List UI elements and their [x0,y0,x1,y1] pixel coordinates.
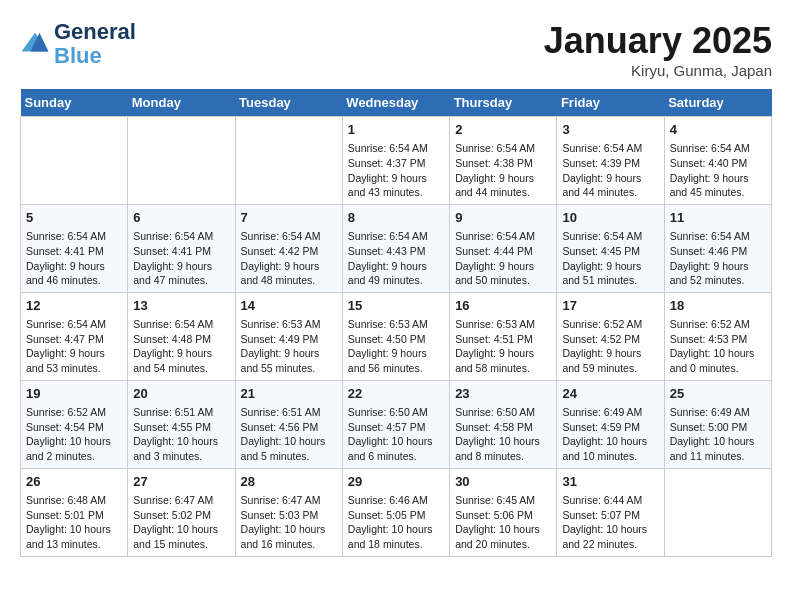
day-info: Sunrise: 6:53 AM Sunset: 4:49 PM Dayligh… [241,317,337,376]
day-number: 11 [670,209,766,227]
day-number: 7 [241,209,337,227]
calendar-cell: 4Sunrise: 6:54 AM Sunset: 4:40 PM Daylig… [664,117,771,205]
calendar-cell: 15Sunrise: 6:53 AM Sunset: 4:50 PM Dayli… [342,292,449,380]
month-title: January 2025 [544,20,772,62]
day-number: 19 [26,385,122,403]
calendar-cell: 17Sunrise: 6:52 AM Sunset: 4:52 PM Dayli… [557,292,664,380]
page-header: General Blue January 2025 Kiryu, Gunma, … [20,20,772,79]
day-number: 21 [241,385,337,403]
day-number: 2 [455,121,551,139]
day-number: 22 [348,385,444,403]
day-info: Sunrise: 6:49 AM Sunset: 4:59 PM Dayligh… [562,405,658,464]
calendar-cell: 23Sunrise: 6:50 AM Sunset: 4:58 PM Dayli… [450,380,557,468]
day-info: Sunrise: 6:54 AM Sunset: 4:37 PM Dayligh… [348,141,444,200]
day-info: Sunrise: 6:54 AM Sunset: 4:43 PM Dayligh… [348,229,444,288]
day-info: Sunrise: 6:54 AM Sunset: 4:40 PM Dayligh… [670,141,766,200]
calendar-cell: 20Sunrise: 6:51 AM Sunset: 4:55 PM Dayli… [128,380,235,468]
calendar-cell: 18Sunrise: 6:52 AM Sunset: 4:53 PM Dayli… [664,292,771,380]
calendar-header-row: SundayMondayTuesdayWednesdayThursdayFrid… [21,89,772,117]
logo: General Blue [20,20,136,68]
day-info: Sunrise: 6:47 AM Sunset: 5:03 PM Dayligh… [241,493,337,552]
day-info: Sunrise: 6:54 AM Sunset: 4:41 PM Dayligh… [133,229,229,288]
day-number: 23 [455,385,551,403]
day-info: Sunrise: 6:50 AM Sunset: 4:58 PM Dayligh… [455,405,551,464]
calendar-cell: 30Sunrise: 6:45 AM Sunset: 5:06 PM Dayli… [450,468,557,556]
day-info: Sunrise: 6:44 AM Sunset: 5:07 PM Dayligh… [562,493,658,552]
day-info: Sunrise: 6:52 AM Sunset: 4:53 PM Dayligh… [670,317,766,376]
day-info: Sunrise: 6:53 AM Sunset: 4:50 PM Dayligh… [348,317,444,376]
day-info: Sunrise: 6:45 AM Sunset: 5:06 PM Dayligh… [455,493,551,552]
col-header-monday: Monday [128,89,235,117]
calendar-cell: 27Sunrise: 6:47 AM Sunset: 5:02 PM Dayli… [128,468,235,556]
day-info: Sunrise: 6:54 AM Sunset: 4:47 PM Dayligh… [26,317,122,376]
day-info: Sunrise: 6:54 AM Sunset: 4:41 PM Dayligh… [26,229,122,288]
calendar-cell: 12Sunrise: 6:54 AM Sunset: 4:47 PM Dayli… [21,292,128,380]
day-number: 13 [133,297,229,315]
day-info: Sunrise: 6:54 AM Sunset: 4:45 PM Dayligh… [562,229,658,288]
day-info: Sunrise: 6:54 AM Sunset: 4:42 PM Dayligh… [241,229,337,288]
calendar-cell: 26Sunrise: 6:48 AM Sunset: 5:01 PM Dayli… [21,468,128,556]
calendar-cell: 7Sunrise: 6:54 AM Sunset: 4:42 PM Daylig… [235,204,342,292]
calendar-cell: 5Sunrise: 6:54 AM Sunset: 4:41 PM Daylig… [21,204,128,292]
day-info: Sunrise: 6:49 AM Sunset: 5:00 PM Dayligh… [670,405,766,464]
day-number: 24 [562,385,658,403]
day-number: 6 [133,209,229,227]
day-info: Sunrise: 6:51 AM Sunset: 4:56 PM Dayligh… [241,405,337,464]
day-info: Sunrise: 6:48 AM Sunset: 5:01 PM Dayligh… [26,493,122,552]
col-header-friday: Friday [557,89,664,117]
calendar-cell: 6Sunrise: 6:54 AM Sunset: 4:41 PM Daylig… [128,204,235,292]
day-info: Sunrise: 6:54 AM Sunset: 4:38 PM Dayligh… [455,141,551,200]
day-number: 4 [670,121,766,139]
day-number: 17 [562,297,658,315]
day-number: 25 [670,385,766,403]
col-header-tuesday: Tuesday [235,89,342,117]
location: Kiryu, Gunma, Japan [544,62,772,79]
logo-line2: Blue [54,44,136,68]
day-number: 3 [562,121,658,139]
calendar-cell: 24Sunrise: 6:49 AM Sunset: 4:59 PM Dayli… [557,380,664,468]
calendar-cell: 2Sunrise: 6:54 AM Sunset: 4:38 PM Daylig… [450,117,557,205]
day-info: Sunrise: 6:54 AM Sunset: 4:46 PM Dayligh… [670,229,766,288]
day-number: 15 [348,297,444,315]
day-number: 29 [348,473,444,491]
calendar-week-5: 26Sunrise: 6:48 AM Sunset: 5:01 PM Dayli… [21,468,772,556]
day-number: 18 [670,297,766,315]
day-number: 10 [562,209,658,227]
day-info: Sunrise: 6:54 AM Sunset: 4:39 PM Dayligh… [562,141,658,200]
day-info: Sunrise: 6:54 AM Sunset: 4:48 PM Dayligh… [133,317,229,376]
calendar-cell: 1Sunrise: 6:54 AM Sunset: 4:37 PM Daylig… [342,117,449,205]
day-number: 12 [26,297,122,315]
logo-icon [20,29,50,59]
day-info: Sunrise: 6:46 AM Sunset: 5:05 PM Dayligh… [348,493,444,552]
col-header-sunday: Sunday [21,89,128,117]
day-info: Sunrise: 6:50 AM Sunset: 4:57 PM Dayligh… [348,405,444,464]
day-number: 26 [26,473,122,491]
day-info: Sunrise: 6:54 AM Sunset: 4:44 PM Dayligh… [455,229,551,288]
day-number: 28 [241,473,337,491]
calendar-week-1: 1Sunrise: 6:54 AM Sunset: 4:37 PM Daylig… [21,117,772,205]
calendar-cell: 3Sunrise: 6:54 AM Sunset: 4:39 PM Daylig… [557,117,664,205]
day-number: 27 [133,473,229,491]
calendar-cell: 22Sunrise: 6:50 AM Sunset: 4:57 PM Dayli… [342,380,449,468]
day-info: Sunrise: 6:47 AM Sunset: 5:02 PM Dayligh… [133,493,229,552]
calendar-cell: 11Sunrise: 6:54 AM Sunset: 4:46 PM Dayli… [664,204,771,292]
calendar-table: SundayMondayTuesdayWednesdayThursdayFrid… [20,89,772,557]
calendar-cell: 16Sunrise: 6:53 AM Sunset: 4:51 PM Dayli… [450,292,557,380]
col-header-saturday: Saturday [664,89,771,117]
calendar-cell: 13Sunrise: 6:54 AM Sunset: 4:48 PM Dayli… [128,292,235,380]
day-number: 16 [455,297,551,315]
logo-line1: General [54,20,136,44]
day-info: Sunrise: 6:52 AM Sunset: 4:54 PM Dayligh… [26,405,122,464]
day-info: Sunrise: 6:51 AM Sunset: 4:55 PM Dayligh… [133,405,229,464]
day-info: Sunrise: 6:53 AM Sunset: 4:51 PM Dayligh… [455,317,551,376]
day-number: 14 [241,297,337,315]
calendar-cell [128,117,235,205]
calendar-cell [664,468,771,556]
day-number: 30 [455,473,551,491]
calendar-cell: 8Sunrise: 6:54 AM Sunset: 4:43 PM Daylig… [342,204,449,292]
calendar-cell: 21Sunrise: 6:51 AM Sunset: 4:56 PM Dayli… [235,380,342,468]
day-number: 20 [133,385,229,403]
day-info: Sunrise: 6:52 AM Sunset: 4:52 PM Dayligh… [562,317,658,376]
title-block: January 2025 Kiryu, Gunma, Japan [544,20,772,79]
calendar-cell: 25Sunrise: 6:49 AM Sunset: 5:00 PM Dayli… [664,380,771,468]
